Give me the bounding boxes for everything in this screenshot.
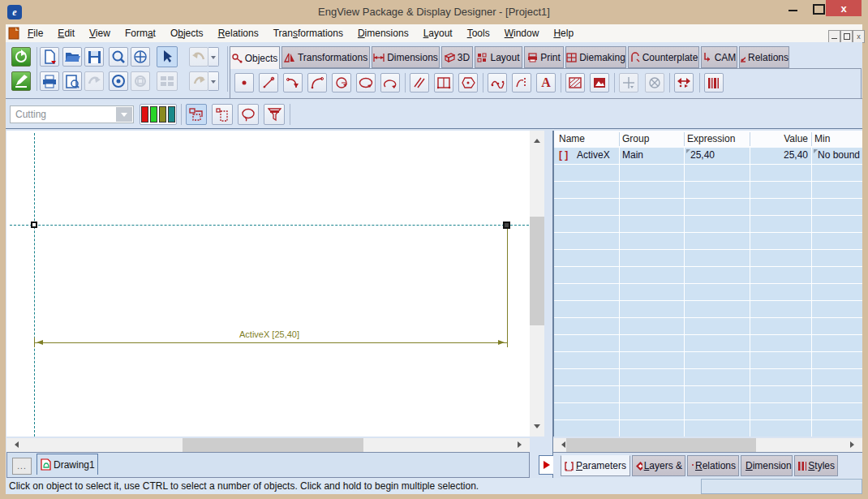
zoom-button[interactable] [109,47,128,67]
menu-view[interactable]: View [82,28,118,39]
table-row[interactable]: [ ] ActiveX Main 25,40 25,40 No bound [554,148,862,165]
tab-print[interactable]: Print [524,46,564,68]
panel-scroll-left-icon[interactable] [558,441,565,448]
param-expression[interactable]: 25,40 [690,149,715,161]
sheet-tab-drawing1[interactable]: Drawing1 [37,454,98,475]
freehand-spline-tool[interactable] [512,73,531,92]
scroll-up-icon[interactable] [534,136,540,143]
mdi-restore-button[interactable] [840,30,853,43]
minimize-button[interactable] [780,0,805,16]
layer-colors-button[interactable] [140,104,177,125]
snap-cross-tool[interactable] [619,73,638,92]
image-tool[interactable] [590,73,609,92]
menu-relations[interactable]: Relations [211,28,266,39]
handle-right[interactable] [503,222,510,229]
fillet-tool[interactable] [307,73,327,92]
canvas-hscrollbar[interactable] [6,438,530,452]
circle-tool[interactable] [332,73,351,92]
redo-button[interactable] [189,71,208,91]
menu-layout[interactable]: Layout [416,28,460,39]
text-tool[interactable]: A [536,73,556,92]
layout-grid-button[interactable] [157,71,178,91]
redo-dropdown[interactable] [208,71,219,91]
menu-transformations[interactable]: Transformations [266,28,350,39]
undo-dropdown[interactable] [208,47,219,67]
menu-edit[interactable]: Edit [50,28,82,39]
tab-layout[interactable]: Layout [475,46,522,68]
elliptic-arc-tool[interactable] [380,73,400,92]
tab-objects[interactable]: Objects [230,46,280,69]
menu-file[interactable]: File [20,28,50,39]
menu-dimensions[interactable]: Dimensions [350,28,416,39]
zoom-fit-button[interactable] [109,71,128,91]
scroll-left-icon[interactable] [11,441,19,448]
barcode-tool[interactable] [704,73,724,92]
filter-button[interactable] [264,104,285,125]
refresh-button[interactable] [84,71,104,91]
double-arrow-tool[interactable] [674,73,694,92]
polygon-tool[interactable] [458,73,478,92]
tab-parameters[interactable]: Parameters [561,455,630,476]
ellipse-tool[interactable] [356,73,376,92]
tab-relations-bottom[interactable]: Relations [687,455,739,476]
tab-transformations[interactable]: Transformations [281,46,370,68]
print-button[interactable] [40,71,59,91]
tab-cam[interactable]: CAM [701,46,737,68]
point-tool[interactable] [234,73,254,92]
print-preview-button[interactable] [62,71,82,91]
combo-dropdown-icon[interactable] [116,107,132,122]
handle-left[interactable] [31,222,37,228]
new-document-button[interactable] [40,47,59,67]
parallel-lines-tool[interactable] [410,73,429,92]
zoom-window-button[interactable] [131,71,150,91]
spline-tool[interactable] [488,73,507,92]
pan-button[interactable] [131,47,150,67]
col-expression[interactable]: Expression [687,133,735,144]
tab-styles[interactable]: Styles [794,455,838,476]
tab-diemaking[interactable]: Diemaking [565,46,626,68]
lasso-button[interactable] [238,104,259,125]
menu-format[interactable]: Format [118,28,163,39]
layer-combo[interactable]: Cutting [10,105,134,123]
run-button[interactable] [539,455,554,475]
mdi-minimize-button[interactable] [828,30,840,43]
select-objects-button[interactable] [186,104,207,125]
select-window-button[interactable] [212,104,233,125]
panel-scroll-right-icon[interactable] [850,441,857,448]
scroll-down-icon[interactable] [534,424,540,432]
delete-circle-tool[interactable] [645,73,664,92]
select-arrow-button[interactable] [157,46,178,67]
param-group[interactable]: Main [622,149,643,161]
edit-button[interactable] [11,71,31,91]
col-name[interactable]: Name [559,133,585,144]
param-min[interactable]: No bound [818,149,860,161]
tab-dimensions[interactable]: Dimensions [372,46,440,68]
menu-help[interactable]: Help [546,28,581,39]
save-button[interactable] [84,47,104,67]
param-name[interactable]: ActiveX [577,149,610,161]
col-value[interactable]: Value [750,133,808,144]
drawing-canvas[interactable]: ActiveX [25,40] [6,131,530,437]
param-value[interactable]: 25,40 [750,149,808,161]
line-tool[interactable] [259,73,278,92]
canvas-vscrollbar[interactable] [530,131,544,437]
sheet-more-button[interactable]: ... [12,458,32,475]
tab-counterplate[interactable]: Counterplate [628,46,699,68]
rectangle-tool[interactable] [434,73,453,92]
dimension-label[interactable]: ActiveX [25,40] [239,329,299,339]
tab-dimensions-bottom[interactable]: Dimensions [741,455,793,476]
tab-relations[interactable]: Relations [739,46,789,68]
col-group[interactable]: Group [622,133,649,144]
col-min[interactable]: Min [814,133,830,144]
arc-tool[interactable] [283,73,303,92]
tab-3d[interactable]: 3D [441,46,473,68]
undo-button[interactable] [189,47,208,67]
close-button[interactable]: x [826,0,862,16]
scroll-right-icon[interactable] [518,441,525,448]
menu-tools[interactable]: Tools [460,28,497,39]
menu-window[interactable]: Window [497,28,547,39]
mdi-close-button[interactable]: x [853,30,865,43]
open-button[interactable] [62,47,82,67]
reload-button[interactable] [11,47,31,67]
panel-hscrollbar[interactable] [553,438,862,452]
